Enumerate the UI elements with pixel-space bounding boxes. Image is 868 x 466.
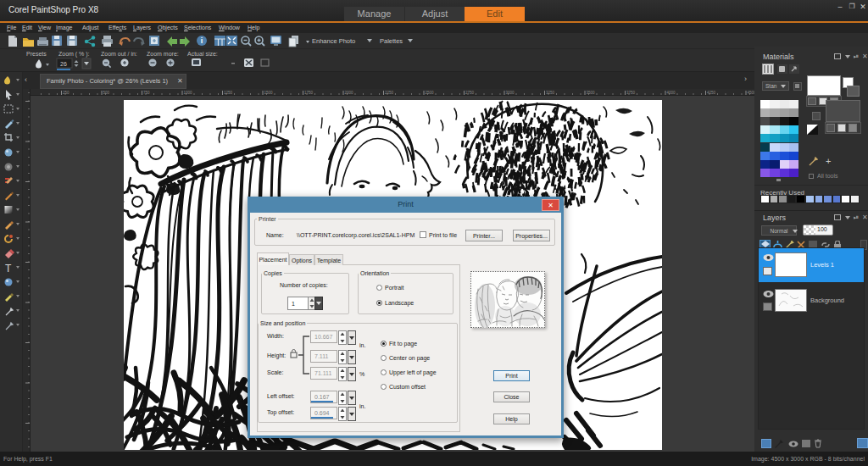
- svg-text:4500: 4500: [748, 91, 755, 95]
- svg-text:250: 250: [63, 91, 70, 95]
- svg-text:i: i: [201, 36, 203, 45]
- svg-text:3250: 3250: [546, 91, 555, 95]
- svg-text:2250: 2250: [385, 91, 394, 95]
- svg-text:3750: 3750: [626, 91, 636, 95]
- svg-text:1750: 1750: [304, 91, 314, 95]
- svg-text:4250: 4250: [707, 91, 716, 95]
- svg-text:2500: 2500: [426, 91, 435, 95]
- svg-text:26: 26: [60, 61, 67, 67]
- svg-text:1000: 1000: [184, 91, 193, 95]
- svg-text:1500: 1500: [264, 91, 274, 95]
- svg-text:2000: 2000: [345, 91, 354, 95]
- svg-text:3500: 3500: [587, 91, 596, 95]
- svg-text:2750: 2750: [465, 91, 475, 95]
- svg-text:4000: 4000: [667, 91, 676, 95]
- svg-text:750: 750: [143, 91, 150, 95]
- svg-text:500: 500: [103, 91, 110, 95]
- svg-text:T: T: [5, 263, 12, 274]
- svg-text:1250: 1250: [224, 91, 233, 95]
- svg-text:3000: 3000: [506, 91, 515, 95]
